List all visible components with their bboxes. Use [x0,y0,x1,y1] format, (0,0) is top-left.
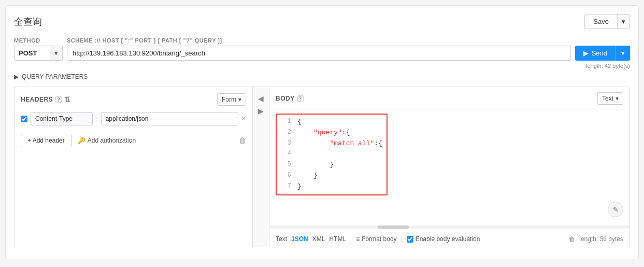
format-body-button[interactable]: ≡ Format body [356,235,396,243]
query-params-label: QUERY PARAMETERS [22,73,88,80]
method-select-wrapper: POST GET PUT DELETE ▾ [14,46,63,61]
query-params-row[interactable]: ▶ QUERY PARAMETERS [14,73,630,80]
code-line-2: 2 "query":{ [281,128,382,138]
format-lines-icon: ≡ [356,235,360,243]
code-block: 1 { 2 "query":{ 3 "match_all":{ [276,114,388,195]
format-xml-link[interactable]: XML [312,235,325,243]
send-icon: ▶ [583,49,589,57]
url-section: SCHEME :// HOST [ ":" PORT ] [ PATH [ "?… [67,37,571,61]
headers-info-icon[interactable]: ? [55,96,62,103]
header-colon: : [96,115,98,123]
footer-trash-icon[interactable]: 🗑 [569,235,575,243]
body-info-icon[interactable]: ? [297,95,304,102]
body-footer: Text JSON XML HTML | ≡ Format body | Ena… [269,231,629,247]
add-header-button[interactable]: + Add header [21,134,71,147]
code-line-3: 3 "match_all":{ [281,138,382,149]
code-line-5: 5 } [281,160,382,171]
edit-button[interactable]: ✎ [608,202,623,217]
method-section: METHOD POST GET PUT DELETE ▾ [14,37,63,61]
top-row: 全查询 Save ▾ [14,14,630,29]
header-value-input[interactable] [101,112,238,125]
body-text-dropdown[interactable]: Text ▾ [597,92,623,105]
code-line-7: 7 } [281,181,382,192]
key-icon: 🔑 [78,137,85,144]
url-input[interactable] [67,46,571,61]
method-select[interactable]: POST GET PUT DELETE [15,46,50,60]
add-authorization-button[interactable]: 🔑 Add authorization [78,137,136,144]
headers-trash-button[interactable]: 🗑 [239,136,246,145]
headers-title: HEADERS ? ⇅ [21,95,71,104]
send-button[interactable]: ▶ Send [575,46,616,61]
code-line-6: 6 } [281,171,382,181]
send-btn-group: ▶ Send ▾ [575,46,630,61]
collapse-left-button[interactable]: ◀ [258,94,264,103]
headers-sort-icon[interactable]: ⇅ [64,95,71,104]
url-label: SCHEME :// HOST [ ":" PORT ] [ PATH [ "?… [67,37,571,44]
collapse-right-button[interactable]: ▶ [258,107,264,115]
text-dropdown-arrow-icon: ▾ [616,95,619,102]
main-container: 全查询 Save ▾ METHOD POST GET PUT DELETE ▾ … [5,5,639,259]
code-editor-area[interactable]: 1 { 2 "query":{ 3 "match_all":{ [269,109,629,223]
header-checkbox[interactable] [21,116,27,122]
divider-col: ◀ ▶ [253,87,269,247]
save-btn-group: Save ▾ [584,14,630,29]
scrollbar-thumb [378,226,409,229]
format-html-link[interactable]: HTML [329,235,346,243]
body-panel: BODY ? Text ▾ 1 { 2 [269,87,629,247]
headers-panel: HEADERS ? ⇅ Form ▾ : × [15,87,253,247]
code-line-4: 4 [281,149,382,160]
body-title-row: BODY ? Text ▾ [269,87,629,109]
method-url-row: METHOD POST GET PUT DELETE ▾ SCHEME :// … [14,37,630,61]
save-dropdown-button[interactable]: ▾ [618,14,630,29]
edit-icon: ✎ [613,206,619,214]
format-json-link[interactable]: JSON [291,235,308,243]
content-area: HEADERS ? ⇅ Form ▾ : × [14,87,630,247]
headers-form-dropdown[interactable]: Form ▾ [217,93,246,106]
enable-eval-checkbox[interactable] [407,236,413,243]
pipe-divider-2: | [401,235,403,243]
code-line-1: 1 { [281,117,382,128]
query-params-arrow: ▶ [14,73,19,80]
header-key-input[interactable] [31,112,93,125]
enable-eval-label[interactable]: Enable body evaluation [407,235,480,243]
method-label: METHOD [14,37,63,44]
header-remove-button[interactable]: × [241,115,246,123]
format-text-link[interactable]: Text [276,235,287,243]
footer-right: 🗑 length: 56 bytes [569,235,623,243]
send-dropdown-button[interactable]: ▾ [616,46,630,61]
body-title: BODY ? [276,95,304,102]
form-dropdown-arrow-icon: ▾ [238,96,241,103]
body-length-info: length: 56 bytes [579,235,623,243]
headers-title-row: HEADERS ? ⇅ Form ▾ [21,93,246,106]
action-row: + Add header 🔑 Add authorization 🗑 [21,134,246,147]
pipe-divider: | [350,235,352,243]
save-button[interactable]: Save [584,14,618,29]
scrollbar[interactable] [269,226,629,229]
header-row: : × [21,112,246,125]
url-length-info: length: 42 byte(s) [14,63,630,69]
method-dropdown-button[interactable]: ▾ [50,46,62,60]
page-title: 全查询 [14,16,42,28]
